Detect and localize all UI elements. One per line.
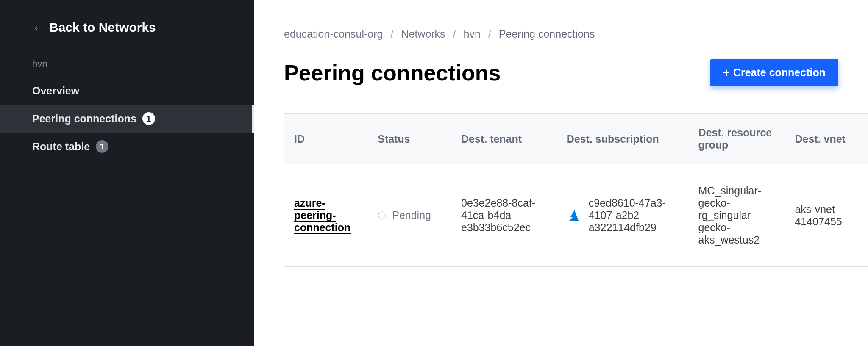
sidebar-item-badge: 1 [142, 112, 155, 125]
dest-resource-group-cell: MC_singular-gecko-rg_singular-gecko-aks_… [693, 164, 789, 267]
sidebar-item-peering-connections[interactable]: Peering connections 1 [0, 105, 254, 133]
breadcrumb-item-networks[interactable]: Networks [401, 28, 445, 40]
table-header-id: ID [284, 114, 372, 164]
table-header-row: ID Status Dest. tenant Dest. subscriptio… [284, 114, 868, 164]
sidebar-item-label: Overview [32, 85, 79, 97]
back-to-networks-link[interactable]: ← Back to Networks [0, 12, 254, 56]
status-label: Pending [392, 209, 431, 221]
status-cell: Pending [378, 209, 449, 221]
sidebar: ← Back to Networks hvn Overview Peering … [0, 0, 254, 346]
page-header: Peering connections + Create connection [284, 59, 868, 86]
table-header-dest-vnet: Dest. vnet [789, 114, 868, 164]
create-button-label: Create connection [733, 66, 826, 79]
pending-icon [378, 211, 387, 220]
breadcrumb-item-hvn[interactable]: hvn [464, 28, 481, 40]
context-label: hvn [0, 56, 254, 77]
sidebar-item-overview[interactable]: Overview [0, 77, 254, 105]
dest-vnet-cell: aks-vnet-41407455 [789, 164, 868, 267]
peering-table: ID Status Dest. tenant Dest. subscriptio… [284, 113, 868, 267]
breadcrumb-separator: / [453, 28, 456, 40]
breadcrumb-separator: / [488, 28, 491, 40]
dest-tenant-cell: 0e3e2e88-8caf-41ca-b4da-e3b33b6c52ec [455, 164, 561, 267]
dest-subscription-cell: c9ed8610-47a3-4107-a2b2-a322114dfb29 [567, 197, 687, 234]
back-label: Back to Networks [49, 20, 156, 35]
table-row: azure-peering-connection Pending 0e3e2e8… [284, 164, 868, 267]
breadcrumb-item-current: Peering connections [499, 28, 595, 40]
dest-subscription-value: c9ed8610-47a3-4107-a2b2-a322114dfb29 [589, 197, 687, 234]
breadcrumb-item-org[interactable]: education-consul-org [284, 28, 383, 40]
peering-id-link[interactable]: azure-peering-connection [294, 197, 351, 233]
arrow-left-icon: ← [32, 21, 45, 34]
main-content: education-consul-org / Networks / hvn / … [254, 0, 868, 346]
create-connection-button[interactable]: + Create connection [710, 59, 838, 86]
svg-marker-0 [379, 211, 386, 219]
plus-icon: + [723, 67, 730, 79]
table-header-dest-tenant: Dest. tenant [455, 114, 561, 164]
table-header-status: Status [372, 114, 455, 164]
azure-icon [567, 208, 581, 223]
breadcrumb: education-consul-org / Networks / hvn / … [284, 28, 868, 40]
sidebar-item-badge: 1 [96, 140, 108, 153]
page-title: Peering connections [284, 60, 501, 86]
sidebar-item-label: Peering connections [32, 113, 136, 125]
table-header-dest-resource-group: Dest. resource group [693, 114, 789, 164]
table-header-dest-subscription: Dest. subscription [561, 114, 693, 164]
sidebar-item-label: Route table [32, 141, 90, 153]
breadcrumb-separator: / [390, 28, 393, 40]
sidebar-item-route-table[interactable]: Route table 1 [0, 133, 254, 161]
